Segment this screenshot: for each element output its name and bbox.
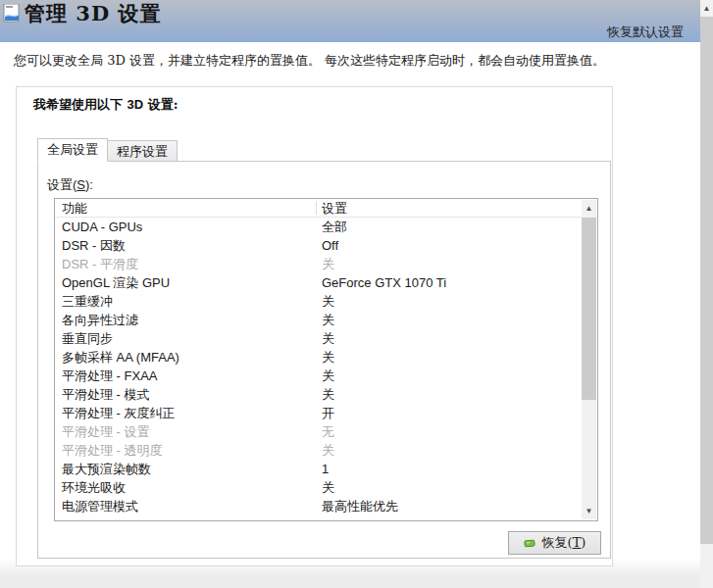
list-header-row: 功能 设置 (55, 199, 597, 218)
feature-cell: DSR - 平滑度 (55, 255, 315, 273)
manage-3d-settings-page: { "header": { "title": "管理 3D 设置", "rest… (0, 0, 713, 588)
settings-row[interactable]: 三重缓冲 关 (55, 292, 597, 311)
value-cell: 关 (315, 367, 597, 385)
scroll-up-icon[interactable]: ▲ (700, 0, 713, 17)
feature-cell: 环境光吸收 (55, 478, 315, 497)
window-scrollbar[interactable]: ▲ (700, 0, 713, 588)
feature-cell: 各向异性过滤 (55, 311, 315, 329)
settings-row[interactable]: 各向异性过滤 关 (55, 311, 597, 329)
settings-row[interactable]: 平滑处理 - 透明度 关 (55, 441, 597, 460)
settings-row[interactable]: 垂直同步 关 (55, 329, 597, 348)
settings-row[interactable]: DSR - 平滑度 关 (55, 255, 597, 273)
list-scroll-down-icon[interactable]: ▼ (582, 503, 596, 519)
global-settings-tabpane: 设置(S): 功能 设置 CUDA - GPUs 全部 DSR - 因数 Off… (37, 161, 611, 559)
restore-icon (524, 539, 536, 548)
value-cell: 关 (315, 348, 597, 367)
value-cell: 关 (315, 441, 597, 460)
feature-cell: DSR - 因数 (55, 236, 315, 255)
tab-program-settings[interactable]: 程序设置 (108, 140, 178, 162)
column-header-feature: 功能 (55, 199, 315, 217)
page-header-band: 管理 3D 设置 恢复默认设置 (0, 0, 700, 42)
feature-cell: 平滑处理 - 设置 (55, 422, 315, 441)
settings-row[interactable]: 平滑处理 - 模式 关 (55, 385, 597, 404)
list-scrollbar[interactable]: ▲ ▼ (582, 200, 596, 519)
feature-cell: 最大预渲染帧数 (55, 460, 315, 478)
feature-cell: 电源管理模式 (55, 497, 315, 515)
restore-defaults-link[interactable]: 恢复默认设置 (607, 24, 684, 41)
page-title-row: 管理 3D 设置 (3, 1, 161, 26)
value-cell: 关 (315, 311, 597, 329)
settings-row[interactable]: 多帧采样 AA (MFAA) 关 (55, 348, 597, 367)
value-cell: 开 (315, 404, 597, 422)
settings-row[interactable]: 最大预渲染帧数 1 (55, 460, 597, 478)
settings-label: 设置(S): (47, 176, 93, 194)
settings-row[interactable]: 平滑处理 - 设置 无 (55, 422, 597, 441)
settings-row[interactable]: 平滑处理 - 灰度纠正 开 (55, 404, 597, 422)
settings-row[interactable]: DSR - 因数 Off (55, 236, 597, 255)
settings-row[interactable]: CUDA - GPUs 全部 (55, 218, 597, 236)
feature-cell: CUDA - GPUs (55, 218, 315, 236)
settings-listbox: 功能 设置 CUDA - GPUs 全部 DSR - 因数 Off DSR - … (54, 198, 598, 521)
value-cell: 关 (315, 329, 597, 348)
feature-cell: 垂直同步 (55, 329, 315, 348)
page-title: 管理 3D 设置 (25, 1, 161, 26)
tab-global-settings[interactable]: 全局设置 (37, 138, 108, 162)
feature-cell: 平滑处理 - FXAA (55, 367, 315, 385)
window-scrollbar-thumb[interactable] (700, 17, 713, 544)
settings-rows: CUDA - GPUs 全部 DSR - 因数 Off DSR - 平滑度 关 … (55, 218, 597, 515)
restore-button-label: 恢复(T) (542, 534, 586, 552)
value-cell: 关 (315, 478, 597, 497)
column-separator (316, 201, 317, 215)
feature-cell: 平滑处理 - 模式 (55, 385, 315, 404)
value-cell: 关 (315, 255, 597, 273)
settings-panel: 我希望使用以下 3D 设置: 全局设置 程序设置 设置(S): 功能 设置 CU… (16, 86, 613, 566)
value-cell: 最高性能优先 (315, 497, 597, 515)
settings-row[interactable]: 环境光吸收 关 (55, 478, 597, 497)
feature-cell: OpenGL 渲染 GPU (55, 273, 315, 292)
value-cell: 1 (315, 460, 597, 478)
feature-cell: 三重缓冲 (55, 292, 315, 311)
column-header-setting: 设置 (315, 199, 597, 217)
settings-row[interactable]: 电源管理模式 最高性能优先 (55, 497, 597, 515)
settings-row[interactable]: 平滑处理 - FXAA 关 (55, 367, 597, 385)
settings-row[interactable]: OpenGL 渲染 GPU GeForce GTX 1070 Ti (55, 273, 597, 292)
value-cell: 全部 (315, 218, 597, 236)
list-scrollbar-thumb[interactable] (582, 218, 596, 400)
value-cell: 关 (315, 292, 597, 311)
feature-cell: 多帧采样 AA (MFAA) (55, 348, 315, 367)
list-scroll-up-icon[interactable]: ▲ (582, 200, 596, 217)
manage-3d-settings-icon (3, 4, 21, 24)
value-cell: 关 (315, 385, 597, 404)
value-cell: 无 (315, 422, 597, 441)
restore-button[interactable]: 恢复(T) (508, 531, 601, 555)
feature-cell: 平滑处理 - 透明度 (55, 441, 315, 460)
panel-heading: 我希望使用以下 3D 设置: (33, 96, 178, 114)
value-cell: Off (315, 236, 597, 255)
tab-strip: 全局设置 程序设置 (37, 138, 178, 162)
intro-text: 您可以更改全局 3D 设置，并建立特定程序的置换值。 每次这些特定程序启动时，都… (14, 52, 661, 70)
feature-cell: 平滑处理 - 灰度纠正 (55, 404, 315, 422)
value-cell: GeForce GTX 1070 Ti (315, 273, 597, 292)
